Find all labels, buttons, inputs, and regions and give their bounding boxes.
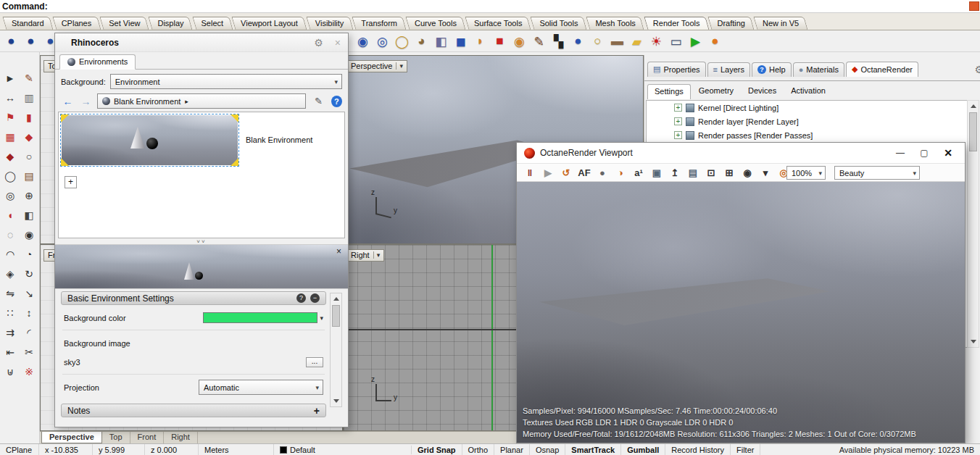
cylinder-red-icon[interactable]: ▮	[20, 109, 38, 126]
status-z-readout[interactable]: z 0.000	[145, 444, 199, 455]
save-render-button[interactable]: ↥	[668, 165, 682, 180]
settings-scrollbar[interactable]	[330, 293, 342, 407]
cube-3d-icon[interactable]: ◧	[20, 206, 38, 224]
compass-icon[interactable]: ◎	[1, 187, 19, 204]
toolbox-icon[interactable]: ▬	[607, 32, 627, 51]
folder-icon[interactable]: ▰	[627, 32, 647, 51]
background-color-swatch[interactable]	[203, 312, 317, 323]
red-material-icon[interactable]: ■	[490, 32, 510, 51]
dim-tool-icon[interactable]: ↕	[20, 304, 38, 322]
maximize-button[interactable]: ▢	[915, 148, 934, 158]
tab-visibility[interactable]: Visibility	[308, 17, 352, 30]
browse-image-button[interactable]: ...	[306, 357, 323, 367]
dialog-close-icon[interactable]: ×	[335, 37, 341, 49]
toggle-filter[interactable]: Filter	[731, 444, 760, 455]
command-bar[interactable]: Command:	[0, 0, 980, 13]
octane-titlebar[interactable]: OctaneRender Viewport — ▢ ✕	[517, 143, 965, 163]
car-red-icon[interactable]: ◆	[20, 128, 38, 146]
start-render-button[interactable]: ▶	[541, 165, 555, 180]
tab-help[interactable]: ? Help	[752, 62, 792, 77]
toggle-ortho[interactable]: Ortho	[462, 444, 495, 455]
subsampling-grid-button[interactable]: ⊞	[722, 165, 736, 180]
back-button[interactable]: ←	[61, 94, 75, 109]
ellipse-tool-icon[interactable]: ◯	[1, 167, 19, 185]
expand-icon[interactable]: +	[674, 131, 682, 139]
fillet-tool-icon[interactable]: ◜	[20, 324, 38, 341]
vptab-perspective[interactable]: Perspective	[41, 432, 102, 443]
tab-select[interactable]: Select	[194, 17, 231, 30]
scroll-down-icon[interactable]	[333, 399, 339, 403]
tab-octanerender[interactable]: ◆ OctaneRender	[846, 62, 918, 77]
toggle-gumball[interactable]: Gumball	[621, 444, 665, 455]
status-cplane-pane[interactable]: CPlane	[0, 444, 39, 455]
copy-render-button[interactable]: ▤	[686, 165, 700, 180]
tab-standard[interactable]: Standard	[4, 17, 51, 30]
material-picker-button[interactable]: ●	[595, 165, 610, 180]
array-tool-icon[interactable]: ∷	[1, 304, 19, 322]
tab-surface-tools[interactable]: Surface Tools	[467, 17, 529, 30]
section-help-icon[interactable]: ?	[296, 293, 306, 303]
bookmark-red-icon[interactable]: ⚑	[1, 109, 19, 126]
tab-set-view[interactable]: Set View	[101, 17, 147, 30]
trim-tool-icon[interactable]: ✂	[20, 343, 38, 361]
tab-drafting[interactable]: Drafting	[710, 17, 752, 30]
chevron-down-icon[interactable]: ▾	[320, 314, 323, 322]
dialog-gear-icon[interactable]: ⚙	[314, 37, 323, 49]
explode-tool-icon[interactable]: ※	[20, 363, 38, 380]
viewport-menu-caret-icon[interactable]: ▾	[396, 62, 403, 70]
status-y-readout[interactable]: y 5.999	[93, 444, 145, 455]
tab-viewport-layout[interactable]: Viewport Layout	[233, 17, 305, 30]
expand-icon[interactable]: +	[674, 104, 682, 112]
tree-scrollbar[interactable]	[967, 100, 979, 348]
blue-ellipse-icon[interactable]: ●	[568, 32, 588, 51]
tab-mesh-tools[interactable]: Mesh Tools	[588, 17, 642, 30]
join-tool-icon[interactable]: ⊎	[1, 363, 19, 380]
subtab-devices[interactable]: Devices	[742, 84, 783, 99]
display-options-button[interactable]: ◉	[740, 165, 755, 180]
tab-transform[interactable]: Transform	[354, 17, 404, 30]
record-sphere-icon[interactable]: ●	[705, 32, 725, 51]
gem-tool-icon[interactable]: ◈	[1, 265, 19, 283]
background-type-select[interactable]: Environment ▾	[110, 74, 342, 89]
truck-red-icon[interactable]: ◆	[1, 148, 19, 165]
forward-button[interactable]: →	[79, 94, 93, 109]
white-balance-picker-button[interactable]: ◑	[613, 165, 628, 180]
add-environment-button[interactable]: +	[65, 176, 77, 188]
vptab-right[interactable]: Right	[164, 432, 198, 443]
tree-node[interactable]: + Render passes [Render Passes]	[647, 128, 967, 142]
environment-browser-panel[interactable]: Blank Environment +	[58, 112, 345, 238]
command-history-scroll-button[interactable]	[969, 1, 979, 11]
orange-torus-icon[interactable]: ◉	[510, 32, 529, 51]
expand-icon[interactable]: +	[674, 117, 682, 125]
toggle-smarttrack[interactable]: SmartTrack	[565, 444, 621, 455]
spiral-shell-icon[interactable]: ◕	[412, 32, 431, 51]
tab-display[interactable]: Display	[150, 17, 191, 30]
tab-cplanes[interactable]: CPlanes	[54, 17, 99, 30]
dot-circle-icon[interactable]: ◉	[20, 226, 38, 243]
projection-select[interactable]: Automatic ▾	[199, 380, 323, 395]
environment-breadcrumb-select[interactable]: Blank Environment ▸	[97, 93, 306, 109]
circle-tool-icon[interactable]: ○	[20, 148, 38, 165]
notes-expand-icon[interactable]: +	[314, 405, 320, 417]
toggle-record-history[interactable]: Record History	[665, 444, 731, 455]
lock-resolution-button[interactable]: ⊡	[704, 165, 718, 180]
selection-brush-icon[interactable]: ✎	[20, 70, 38, 87]
scrollbar-thumb[interactable]	[969, 112, 977, 151]
render-view[interactable]: Samples/Pixel: 994/16000 MSamples/Sec: 7…	[517, 182, 965, 443]
lasso-icon[interactable]: ◌	[1, 226, 19, 243]
options-sphere-icon[interactable]: ●	[1, 32, 21, 51]
panel-splitter[interactable]: ˅˅	[55, 238, 348, 244]
torus-gold-icon[interactable]: ◯	[392, 32, 412, 51]
help-icon[interactable]: ?	[331, 96, 342, 107]
tree-node[interactable]: + Kernel [Direct Lighting]	[647, 101, 967, 114]
checker-texture-icon[interactable]: ▚	[549, 32, 568, 51]
table-red-icon[interactable]: ▦	[1, 128, 19, 146]
info-channel-picker-button[interactable]: a¹	[631, 165, 646, 180]
notes-header[interactable]: Notes +	[61, 404, 326, 417]
magnet-icon[interactable]: ◖	[1, 206, 19, 224]
autofocus-picker-button[interactable]: AF	[577, 165, 591, 180]
scroll-down-icon[interactable]	[971, 340, 976, 343]
extend-tool-icon[interactable]: ⇤	[1, 343, 19, 361]
offset-tool-icon[interactable]: ⇉	[1, 324, 19, 341]
vptab-top[interactable]: Top	[102, 432, 130, 443]
